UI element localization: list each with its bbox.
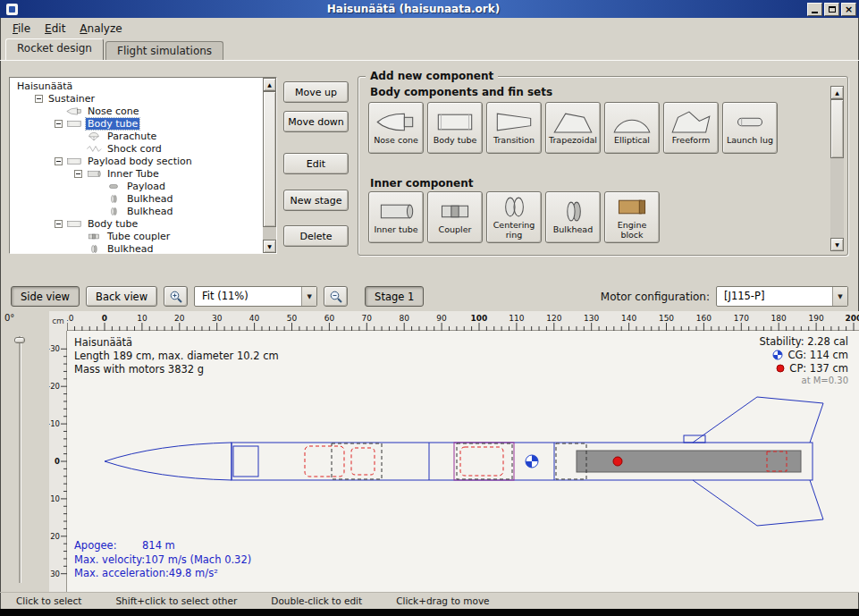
side-view-button[interactable]: Side view (11, 286, 80, 307)
motor-configuration-value: [J115-P] (717, 287, 832, 306)
svg-text:20: 20 (174, 314, 185, 323)
tab-rocket-design[interactable]: Rocket design (5, 38, 104, 60)
svg-text:30: 30 (212, 314, 223, 323)
expander-icon[interactable] (55, 157, 63, 165)
trapezoidal-icon (552, 110, 594, 134)
svg-text:190: 190 (809, 314, 824, 323)
tree-item-payload[interactable]: Payload (12, 180, 276, 192)
tree-item-bulkhead[interactable]: Bulkhead (12, 242, 276, 254)
tree-item-nose-cone[interactable]: Nose cone (12, 105, 276, 117)
bodytube-icon (434, 110, 476, 134)
scroll-up-icon[interactable]: ▲ (263, 78, 276, 91)
expander-icon[interactable] (55, 220, 63, 228)
add-engine-block-button[interactable]: Engine block (604, 191, 660, 243)
parachute-outline (305, 446, 344, 477)
rotation-slider[interactable] (13, 334, 26, 585)
rotation-slider-handle[interactable] (14, 337, 25, 343)
payload-section-outline (454, 443, 514, 480)
tree-item-bulkhead[interactable]: Bulkhead (12, 205, 276, 217)
window-title: Haisunäätä (haisunaata.ork) (21, 3, 805, 15)
zoom-in-icon (169, 290, 183, 304)
scroll-thumb[interactable] (263, 91, 276, 227)
shockcord-icon (86, 144, 102, 154)
add-elliptical-button[interactable]: Elliptical (604, 102, 660, 154)
add-inner-tube-button[interactable]: Inner tube (368, 191, 424, 243)
tree-item-sustainer[interactable]: Sustainer (12, 92, 276, 105)
maximize-icon (829, 6, 836, 13)
delete-button[interactable]: Delete (283, 225, 349, 247)
bulkhead-icon (105, 194, 122, 204)
back-view-button[interactable]: Back view (86, 286, 157, 307)
rocket-figure-area: 0° cm -100102030405060708090100110120130… (0, 311, 859, 592)
scroll-down-icon[interactable]: ▼ (830, 238, 844, 251)
tree-scrollbar[interactable]: ▲ ▼ (263, 78, 276, 253)
add-transition-button[interactable]: Transition (486, 102, 542, 154)
maximize-button[interactable] (824, 3, 839, 16)
stage-1-toggle[interactable]: Stage 1 (365, 286, 424, 307)
tree-item-haisun-t[interactable]: Haisunäätä (12, 80, 276, 92)
component-panel-scrollbar[interactable]: ▲ ▼ (830, 86, 844, 251)
add-component-panel: Add new component Body components and fi… (358, 76, 848, 256)
elliptical-icon (611, 110, 653, 134)
title-bar[interactable]: Haisunäätä (haisunaata.ork) × (0, 0, 859, 18)
payload-icon (105, 181, 122, 191)
tree-item-bulkhead[interactable]: Bulkhead (12, 192, 276, 205)
svg-text:160: 160 (696, 314, 712, 323)
rocket-canvas[interactable]: Haisunäätä Length 189 cm, max. diameter … (67, 331, 859, 592)
inner-component-label: Inner component (370, 177, 473, 190)
status-bar: Click to selectShift+click to select oth… (0, 592, 859, 609)
tree-item-body-tube[interactable]: Body tube (12, 217, 276, 230)
svg-text:-20: -20 (49, 382, 60, 391)
add-freeform-button[interactable]: Freeform (663, 102, 719, 154)
svg-text:10: 10 (137, 314, 147, 323)
add-launch-lug-button[interactable]: Launch lug (722, 102, 778, 154)
add-centering-ring-button[interactable]: Centering ring (486, 191, 542, 243)
cp-marker (613, 457, 622, 466)
tree-item-body-tube[interactable]: Body tube (12, 117, 276, 130)
svg-text:100: 100 (471, 314, 488, 323)
zoom-out-button[interactable] (324, 286, 348, 307)
minimize-button[interactable] (807, 3, 822, 16)
scroll-up-icon[interactable]: ▲ (830, 86, 844, 99)
tree-item-tube-coupler[interactable]: Tube coupler (12, 230, 276, 242)
tab-flight-simulations[interactable]: Flight simulations (105, 41, 223, 60)
svg-text:200: 200 (846, 314, 859, 323)
add-coupler-button[interactable]: Coupler (427, 191, 483, 243)
transition-icon (493, 110, 535, 134)
cg-value: CG: 114 cm (787, 349, 848, 361)
add-body-tube-button[interactable]: Body tube (427, 102, 483, 154)
tree-item-payload-body-section[interactable]: Payload body section (12, 155, 276, 167)
innertube-icon (375, 199, 417, 224)
tree-item-parachute[interactable]: Parachute (12, 130, 276, 142)
launchlug-icon (729, 110, 771, 134)
rocket-mass: Mass with motors 3832 g (74, 363, 279, 376)
motor-configuration-select[interactable]: [J115-P] ▼ (716, 286, 848, 307)
expander-icon[interactable] (74, 170, 82, 178)
move-up-button[interactable]: Move up (283, 81, 349, 103)
menu-analyze[interactable]: Analyze (72, 20, 129, 38)
close-button[interactable]: × (841, 3, 856, 16)
menu-edit[interactable]: Edit (38, 20, 72, 38)
innertube-icon (86, 169, 102, 179)
zoom-in-button[interactable] (164, 286, 188, 307)
tree-item-shock-cord[interactable]: Shock cord (12, 142, 276, 155)
zoom-select[interactable]: Fit (11%) ▼ (194, 286, 317, 307)
status-hint: Click+drag to move (396, 595, 489, 606)
body-components-label: Body components and fin sets (370, 86, 552, 98)
engineblock-icon (611, 195, 653, 219)
add-trapezoidal-button[interactable]: Trapezoidal (545, 102, 601, 154)
svg-text:-10: -10 (49, 419, 60, 428)
add-nose-cone-button[interactable]: Nose cone (368, 102, 424, 154)
svg-text:0: 0 (55, 457, 60, 466)
scroll-thumb[interactable] (830, 99, 844, 158)
expander-icon[interactable] (55, 120, 63, 128)
scroll-down-icon[interactable]: ▼ (263, 240, 276, 253)
tree-item-inner-tube[interactable]: Inner Tube (12, 167, 276, 180)
add-bulkhead-button[interactable]: Bulkhead (545, 191, 601, 243)
expander-icon[interactable] (35, 95, 43, 103)
menu-file[interactable]: File (5, 20, 38, 38)
new-stage-button[interactable]: New stage (283, 190, 349, 211)
chevron-down-icon: ▼ (832, 287, 847, 306)
edit-button[interactable]: Edit (283, 153, 349, 174)
move-down-button[interactable]: Move down (283, 111, 349, 132)
